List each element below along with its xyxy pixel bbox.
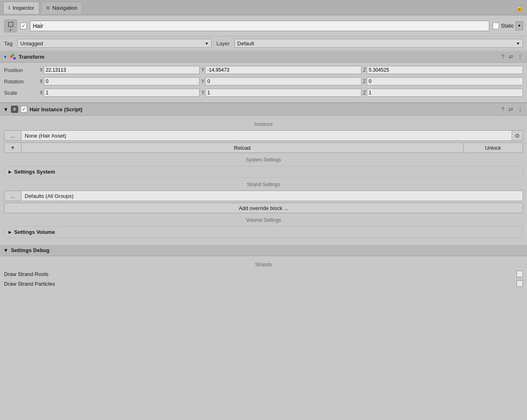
object-active-checkbox[interactable]: ✓ (20, 23, 27, 29)
settings-debug-title: Settings Debug (11, 247, 524, 253)
volume-settings-label: Volume Settings (0, 215, 527, 225)
strands-label: Strands (0, 259, 527, 269)
scale-z-input[interactable] (367, 89, 523, 97)
hair-script-help-button[interactable]: ? (500, 106, 505, 112)
settings-debug-section: ▼ Settings Debug Strands Draw Strand Roo… (0, 244, 527, 292)
add-override-button[interactable]: Add override block ... (4, 203, 523, 213)
strand-asset-row: ... Defaults (All Groups) (4, 191, 523, 201)
transform-title: Transform (19, 54, 498, 60)
draw-strand-particles-checkbox[interactable] (516, 280, 523, 287)
scale-xyz: X Y Z (40, 89, 523, 97)
scale-y-input[interactable] (205, 89, 361, 97)
inspector-icon: ℹ (8, 5, 10, 11)
transform-menu-button[interactable]: ⋮ (516, 53, 524, 60)
scale-x-input[interactable] (44, 89, 200, 97)
reload-label: Reload (234, 145, 251, 151)
tab-bar: ℹ Inspector ⊞ Navigation 🔒 (0, 0, 527, 15)
rotation-x-field: X (40, 77, 200, 85)
settings-debug-body: Strands Draw Strand Roots Draw Strand Pa… (0, 256, 527, 292)
reload-button[interactable]: Reload (21, 142, 463, 153)
rotation-z-field: Z (363, 77, 523, 85)
position-label: Position (4, 67, 36, 73)
transform-actions: ? ⇄ ⋮ (500, 53, 524, 60)
scale-z-axis: Z (363, 90, 366, 95)
instance-label: Instance (0, 119, 527, 129)
settings-debug-chevron-icon[interactable]: ▼ (3, 247, 8, 253)
tab-inspector[interactable]: ℹ Inspector (3, 2, 39, 14)
strand-dots-label: ... (11, 193, 15, 199)
scale-row: Scale X Y Z (0, 87, 527, 98)
transform-body: Position X Y Z Rotation X Y (0, 63, 527, 100)
position-z-field: Z (363, 66, 523, 74)
rotation-xyz: X Y Z (40, 77, 523, 85)
hair-script-header: ▼ # ✓ Hair Instance (Script) ? ⇄ ⋮ (0, 103, 527, 116)
hair-script-body: Instance ... None (Hair Asset) ⊙ + Reloa… (0, 116, 527, 243)
draw-strand-roots-row: Draw Strand Roots (0, 269, 527, 279)
svg-point-1 (12, 54, 14, 56)
layer-dropdown[interactable]: Default ▼ (234, 39, 523, 48)
transform-help-button[interactable]: ? (500, 53, 505, 60)
svg-point-2 (13, 57, 16, 59)
tab-navigation[interactable]: ⊞ Navigation (41, 2, 82, 14)
unlock-button[interactable]: Unlock (463, 142, 523, 153)
draw-strand-particles-row: Draw Strand Particles (0, 279, 527, 288)
position-x-axis: X (40, 67, 43, 73)
settings-volume-row[interactable]: ▶ Settings Volume (4, 226, 523, 238)
static-dropdown[interactable]: ▼ (516, 21, 523, 30)
strand-defaults-field: Defaults (All Groups) (21, 191, 523, 201)
scale-z-field: Z (363, 89, 523, 97)
asset-circle-button[interactable]: ⊙ (512, 130, 523, 141)
rotation-x-axis: X (40, 78, 43, 84)
tag-dropdown[interactable]: Untagged ▼ (17, 39, 212, 48)
draw-strand-roots-label: Draw Strand Roots (4, 271, 513, 277)
asset-dots-button[interactable]: ... (4, 130, 21, 141)
plus-label: + (11, 144, 15, 151)
position-x-input[interactable] (44, 66, 200, 74)
rotation-y-input[interactable] (205, 77, 361, 85)
hair-script-menu-button[interactable]: ⋮ (516, 106, 524, 112)
plus-button[interactable]: + (4, 142, 21, 153)
asset-row: ... None (Hair Asset) ⊙ (4, 130, 523, 141)
hair-script-active-checkbox[interactable]: ✓ (21, 106, 27, 112)
transform-chevron-icon[interactable]: ▼ (3, 55, 7, 59)
settings-system-row[interactable]: ▶ Settings System (4, 166, 523, 178)
inspector-tab-label: Inspector (13, 5, 34, 11)
layer-label: Layer (217, 40, 230, 47)
asset-value: None (Hair Asset) (25, 133, 66, 139)
settings-system-title: Settings System (14, 169, 55, 175)
object-name-input[interactable] (30, 21, 489, 31)
strand-settings-label: Strand Settings (0, 179, 527, 189)
hair-script-settings-button[interactable]: ⇄ (508, 106, 514, 112)
transform-icon (10, 53, 16, 60)
layer-value: Default (237, 40, 254, 47)
static-area: Static ▼ (493, 21, 523, 30)
tag-arrow-icon: ▼ (205, 41, 209, 46)
rotation-label: Rotation (4, 78, 36, 85)
transform-settings-button[interactable]: ⇄ (508, 53, 514, 60)
position-z-input[interactable] (367, 66, 523, 74)
hair-script-title: Hair Instance (Script) (30, 106, 498, 112)
settings-volume-title: Settings Volume (14, 229, 55, 235)
static-checkbox[interactable] (493, 23, 499, 29)
tag-value: Untagged (20, 40, 43, 47)
position-row: Position X Y Z (0, 64, 527, 76)
hair-script-section: ▼ # ✓ Hair Instance (Script) ? ⇄ ⋮ Insta… (0, 102, 527, 243)
rotation-z-input[interactable] (367, 77, 523, 85)
settings-system-chevron-icon: ▶ (8, 170, 12, 174)
hair-script-chevron-icon[interactable]: ▼ (3, 106, 8, 112)
scale-y-field: Y (201, 89, 361, 97)
draw-strand-roots-checkbox[interactable] (516, 271, 523, 277)
rotation-z-axis: Z (363, 78, 366, 84)
rotation-x-input[interactable] (44, 77, 200, 85)
rotation-y-field: Y (201, 77, 361, 85)
draw-strand-particles-label: Draw Strand Particles (4, 281, 513, 287)
tag-layer-row: Tag Untagged ▼ Layer Default ▼ (0, 36, 527, 51)
scale-x-axis: X (40, 90, 43, 95)
position-xyz: X Y Z (40, 66, 523, 74)
lock-icon[interactable]: 🔒 (516, 4, 524, 11)
unlock-label: Unlock (485, 145, 501, 151)
strand-dots-button[interactable]: ... (4, 191, 21, 201)
rotation-y-axis: Y (201, 78, 204, 84)
position-y-axis: Y (201, 67, 204, 73)
position-y-input[interactable] (205, 66, 361, 74)
